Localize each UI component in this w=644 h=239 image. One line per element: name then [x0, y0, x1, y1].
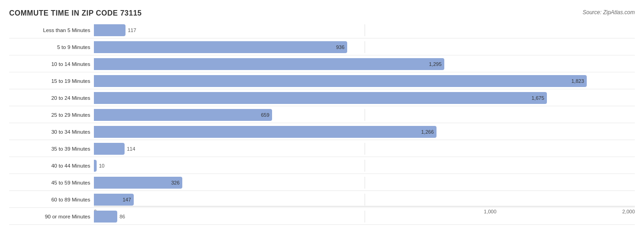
- bar-track: 147: [94, 194, 635, 206]
- bar-track: 326: [94, 177, 635, 189]
- bar-fill: 114: [94, 143, 125, 155]
- bar-fill: 86: [94, 211, 117, 223]
- bar-fill: 147: [94, 194, 134, 206]
- bar-row: 60 to 89 Minutes147: [9, 191, 635, 208]
- bar-value: 326: [171, 180, 180, 185]
- bar-track: 936: [94, 41, 635, 53]
- bar-value: 10: [99, 163, 104, 168]
- chart-title: COMMUTE TIME IN ZIP CODE 73115: [9, 9, 142, 17]
- bar-value: 117: [128, 27, 136, 33]
- bar-value: 659: [261, 112, 269, 118]
- bar-value: 936: [336, 44, 344, 50]
- bar-label: 25 to 29 Minutes: [9, 112, 94, 118]
- bar-value: 1,823: [571, 78, 584, 84]
- bar-label: Less than 5 Minutes: [9, 27, 94, 33]
- bar-fill: 10: [94, 160, 97, 172]
- bar-fill: 1,675: [94, 92, 547, 104]
- bar-label: 60 to 89 Minutes: [9, 197, 94, 202]
- bar-label: 20 to 24 Minutes: [9, 95, 94, 101]
- bar-label: 15 to 19 Minutes: [9, 78, 94, 84]
- bar-track: 10: [94, 160, 635, 172]
- bar-label: 40 to 44 Minutes: [9, 163, 94, 168]
- bar-track: 1,295: [94, 58, 635, 70]
- bar-track: 114: [94, 143, 635, 155]
- bar-label: 35 to 39 Minutes: [9, 146, 94, 152]
- chart-header: COMMUTE TIME IN ZIP CODE 73115 Source: Z…: [9, 9, 635, 17]
- bar-value: 86: [120, 214, 125, 219]
- bar-row: 35 to 39 Minutes114: [9, 141, 635, 157]
- bar-label: 90 or more Minutes: [9, 214, 94, 219]
- bar-value: 114: [127, 146, 135, 152]
- bar-track: 1,823: [94, 75, 635, 87]
- bar-row: 40 to 44 Minutes10: [9, 158, 635, 174]
- bar-value: 1,295: [429, 61, 442, 67]
- bar-label: 5 to 9 Minutes: [9, 44, 94, 50]
- bar-label: 10 to 14 Minutes: [9, 61, 94, 67]
- bar-row: 10 to 14 Minutes1,295: [9, 56, 635, 72]
- chart-container: COMMUTE TIME IN ZIP CODE 73115 Source: Z…: [0, 0, 644, 239]
- bar-fill: 659: [94, 109, 272, 121]
- bar-value: 1,675: [531, 95, 544, 101]
- bar-track: 117: [94, 24, 635, 36]
- bar-row: Less than 5 Minutes117: [9, 22, 635, 38]
- bar-track: 1,266: [94, 126, 635, 138]
- bars-area: Less than 5 Minutes1175 to 9 Minutes9361…: [9, 22, 635, 206]
- bar-fill: 936: [94, 41, 347, 53]
- bar-fill: 326: [94, 177, 182, 189]
- bar-track: 1,675: [94, 92, 635, 104]
- bar-fill: 1,823: [94, 75, 587, 87]
- bar-row: 90 or more Minutes86: [9, 208, 635, 225]
- bar-fill: 117: [94, 24, 126, 36]
- bar-track: 86: [94, 211, 635, 223]
- bar-label: 30 to 34 Minutes: [9, 129, 94, 135]
- chart-source: Source: ZipAtlas.com: [583, 9, 635, 16]
- bar-label: 45 to 59 Minutes: [9, 180, 94, 185]
- bar-value: 147: [123, 197, 131, 202]
- bar-row: 45 to 59 Minutes326: [9, 174, 635, 191]
- bar-value: 1,266: [421, 129, 434, 135]
- bar-fill: 1,295: [94, 58, 444, 70]
- bar-row: 25 to 29 Minutes659: [9, 107, 635, 123]
- bar-row: 5 to 9 Minutes936: [9, 39, 635, 55]
- chart-body: Less than 5 Minutes1175 to 9 Minutes9361…: [9, 22, 635, 206]
- bar-fill: 1,266: [94, 126, 437, 138]
- bar-row: 30 to 34 Minutes1,266: [9, 124, 635, 140]
- bar-row: 15 to 19 Minutes1,823: [9, 73, 635, 89]
- bar-row: 20 to 24 Minutes1,675: [9, 90, 635, 106]
- bar-track: 659: [94, 109, 635, 121]
